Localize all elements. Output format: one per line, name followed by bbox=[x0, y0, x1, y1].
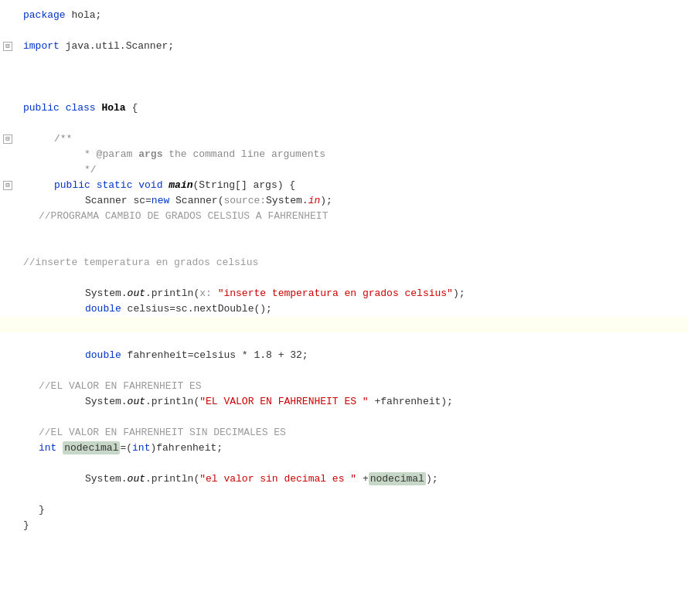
gutter-4 bbox=[0, 54, 15, 70]
line-content-25: //EL VALOR EN FAHRENHEIT ES bbox=[15, 379, 688, 394]
code-line-11: */ bbox=[0, 162, 688, 178]
gutter-3[interactable]: ⊟ bbox=[0, 39, 15, 54]
gutter-5 bbox=[0, 70, 15, 85]
code-line-20: double celsius=sc.nextDouble(); bbox=[0, 301, 688, 317]
gutter-17 bbox=[0, 255, 15, 271]
code-line-21 bbox=[0, 317, 688, 332]
gutter-22 bbox=[0, 332, 15, 348]
gutter-21 bbox=[0, 317, 15, 332]
line-content-6 bbox=[15, 85, 688, 100]
gutter-31 bbox=[0, 471, 15, 487]
code-line-17: //inserte temperatura en grados celsius bbox=[0, 255, 688, 271]
line-content-26: System.out.println("EL VALOR EN FAHRENHE… bbox=[15, 394, 688, 410]
code-line-13: Scanner sc=new Scanner(source:System.in)… bbox=[0, 193, 688, 209]
code-line-18 bbox=[0, 271, 688, 286]
code-line-5 bbox=[0, 70, 688, 85]
gutter-7 bbox=[0, 100, 15, 116]
line-content-15 bbox=[15, 224, 688, 240]
gutter-8 bbox=[0, 116, 15, 131]
code-line-7: public class Hola { bbox=[0, 100, 688, 116]
gutter-20 bbox=[0, 301, 15, 317]
line-content-21 bbox=[15, 317, 688, 332]
gutter-29 bbox=[0, 441, 15, 456]
line-content-14: //PROGRAMA CAMBIO DE GRADOS CELSIUS A FA… bbox=[15, 209, 688, 224]
gutter-16 bbox=[0, 240, 15, 255]
gutter-6 bbox=[0, 85, 15, 100]
gutter-32 bbox=[0, 487, 15, 502]
code-line-4 bbox=[0, 54, 688, 70]
code-line-32 bbox=[0, 487, 688, 502]
line-content-10: * @param args the command line arguments bbox=[15, 147, 688, 162]
code-editor[interactable]: package hola; ⊟ import java.util.Scanner… bbox=[0, 0, 688, 616]
gutter-1 bbox=[0, 8, 15, 23]
line-content-17: //inserte temperatura en grados celsius bbox=[15, 255, 688, 271]
code-line-12: ⊟ public static void main(String[] args)… bbox=[0, 178, 688, 193]
line-content-24 bbox=[15, 363, 688, 379]
line-content-4 bbox=[15, 54, 688, 70]
line-content-27 bbox=[15, 410, 688, 425]
fold-icon-9[interactable]: ⊟ bbox=[3, 134, 12, 144]
line-content-19: System.out.println(x: "inserte temperatu… bbox=[15, 286, 688, 301]
gutter-14 bbox=[0, 209, 15, 224]
gutter-26 bbox=[0, 394, 15, 410]
gutter-33 bbox=[0, 502, 15, 518]
line-content-1: package hola; bbox=[15, 8, 688, 23]
code-line-34: } bbox=[0, 518, 688, 533]
gutter-13 bbox=[0, 193, 15, 209]
line-content-7: public class Hola { bbox=[15, 100, 688, 116]
code-line-26: System.out.println("EL VALOR EN FAHRENHE… bbox=[0, 394, 688, 410]
gutter-19 bbox=[0, 286, 15, 301]
gutter-2 bbox=[0, 23, 15, 39]
line-content-5 bbox=[15, 70, 688, 85]
line-content-22 bbox=[15, 332, 688, 348]
line-content-31: System.out.println("el valor sin decimal… bbox=[15, 471, 688, 487]
code-line-28: //EL VALOR EN FAHRENHEIT SIN DECIMALES E… bbox=[0, 425, 688, 441]
line-content-8 bbox=[15, 116, 688, 131]
code-line-10: * @param args the command line arguments bbox=[0, 147, 688, 162]
code-line-31: System.out.println("el valor sin decimal… bbox=[0, 471, 688, 487]
line-content-30 bbox=[15, 456, 688, 471]
line-content-13: Scanner sc=new Scanner(source:System.in)… bbox=[15, 193, 688, 209]
gutter-18 bbox=[0, 271, 15, 286]
line-content-11: */ bbox=[15, 162, 688, 178]
line-content-3: import java.util.Scanner; bbox=[15, 39, 688, 54]
code-line-27 bbox=[0, 410, 688, 425]
code-line-14: //PROGRAMA CAMBIO DE GRADOS CELSIUS A FA… bbox=[0, 209, 688, 224]
fold-icon-12[interactable]: ⊟ bbox=[3, 181, 12, 190]
gutter-23 bbox=[0, 348, 15, 363]
code-line-23: double fahrenheit=celsius * 1.8 + 32; bbox=[0, 348, 688, 363]
code-line-2 bbox=[0, 23, 688, 39]
code-line-33: } bbox=[0, 502, 688, 518]
line-content-33: } bbox=[15, 502, 688, 518]
code-line-16 bbox=[0, 240, 688, 255]
line-content-16 bbox=[15, 240, 688, 255]
code-line-22 bbox=[0, 332, 688, 348]
fold-icon-3[interactable]: ⊟ bbox=[3, 42, 12, 51]
line-content-18 bbox=[15, 271, 688, 286]
gutter-28 bbox=[0, 425, 15, 441]
gutter-9[interactable]: ⊟ bbox=[0, 131, 15, 147]
code-line-6 bbox=[0, 85, 688, 100]
gutter-34 bbox=[0, 518, 15, 533]
code-line-8 bbox=[0, 116, 688, 131]
code-line-25: //EL VALOR EN FAHRENHEIT ES bbox=[0, 379, 688, 394]
line-content-23: double fahrenheit=celsius * 1.8 + 32; bbox=[15, 348, 688, 363]
line-content-28: //EL VALOR EN FAHRENHEIT SIN DECIMALES E… bbox=[15, 425, 688, 441]
code-line-19: System.out.println(x: "inserte temperatu… bbox=[0, 286, 688, 301]
gutter-10 bbox=[0, 147, 15, 162]
code-line-30 bbox=[0, 456, 688, 471]
code-line-9: ⊟ /** bbox=[0, 131, 688, 147]
line-content-2 bbox=[15, 23, 688, 39]
line-content-29: int nodecimal=(int)fahrenheit; bbox=[15, 441, 688, 456]
gutter-11 bbox=[0, 162, 15, 178]
code-line-24 bbox=[0, 363, 688, 379]
code-line-29: int nodecimal=(int)fahrenheit; bbox=[0, 441, 688, 456]
line-content-34: } bbox=[15, 518, 688, 533]
code-line-3: ⊟ import java.util.Scanner; bbox=[0, 39, 688, 54]
gutter-24 bbox=[0, 363, 15, 379]
gutter-25 bbox=[0, 379, 15, 394]
gutter-30 bbox=[0, 456, 15, 471]
line-content-12: public static void main(String[] args) { bbox=[15, 178, 688, 193]
code-line-1: package hola; bbox=[0, 8, 688, 23]
gutter-12[interactable]: ⊟ bbox=[0, 178, 15, 193]
